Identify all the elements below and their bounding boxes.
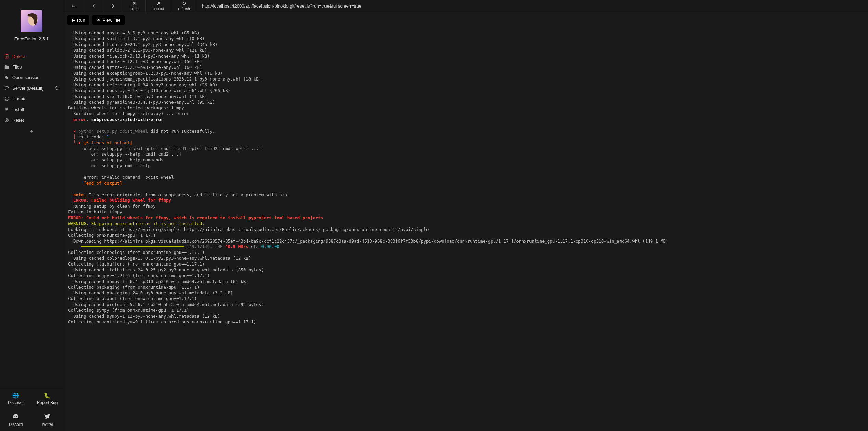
bottom-item-label: Discord [9,422,23,427]
plus-icon: ＋ [29,128,34,134]
toolbar-forward-button[interactable]: › [103,0,123,12]
sidebar: FaceFusion 2.5.1 Delete Files Open sessi… [0,0,63,431]
sidebar-bottom: 🌐 Discover 🐛 Report Bug Discord Twitter [0,388,63,431]
sidebar-item-label: Update [12,96,27,101]
chevron-left-icon: ‹ [92,2,95,10]
tag-icon [4,75,9,80]
sidebar-menu: Delete Files Open session Server (Defaul… [0,51,63,388]
toolbar-label: refresh [178,7,190,11]
sidebar-item-server[interactable]: Server (Default) [0,83,63,94]
view-file-label: View File [103,17,121,23]
action-bar: ▶Run 👁View File [63,12,868,28]
toolbar-refresh-button[interactable]: ↻refresh [171,0,197,12]
exit-icon: ⇤ [72,3,76,8]
app-avatar [21,10,42,32]
main-panel: ⇤ ‹ › ⎘clone ↗popout ↻refresh http://loc… [63,0,868,431]
sidebar-item-label: Open session [12,75,40,80]
popout-icon: ↗ [156,1,161,6]
bottom-item-report-bug[interactable]: 🐛 Report Bug [31,388,63,409]
sidebar-item-reset[interactable]: Reset [0,115,63,125]
svg-point-2 [55,87,58,89]
trash-icon [4,54,9,59]
toolbar-popout-button[interactable]: ↗popout [146,0,171,12]
bottom-item-discover[interactable]: 🌐 Discover [0,388,31,409]
twitter-icon [44,413,50,421]
clone-icon: ⎘ [133,1,136,6]
sidebar-item-label: Install [12,107,24,112]
discord-icon [13,413,19,421]
bottom-item-twitter[interactable]: Twitter [31,409,63,431]
sidebar-item-label: Reset [12,118,24,123]
bottom-item-label: Report Bug [37,400,58,405]
toolbar-back-button[interactable]: ‹ [84,0,103,12]
refresh-icon: ↻ [182,1,186,6]
app-title: FaceFusion 2.5.1 [14,36,49,41]
toolbar-clone-button[interactable]: ⎘clone [123,0,146,12]
sidebar-item-delete[interactable]: Delete [0,51,63,62]
plug-icon [4,107,9,112]
sidebar-item-install[interactable]: Install [0,104,63,115]
sidebar-item-label: Delete [12,54,25,59]
sidebar-item-files[interactable]: Files [0,62,63,72]
sidebar-item-update[interactable]: Update [0,94,63,104]
terminal-output[interactable]: Using cached anyio-4.3.0-py3-none-any.wh… [63,28,868,431]
eye-icon: 👁 [96,17,101,23]
run-label: Run [77,17,85,23]
sync-icon [4,97,9,101]
toolbar-label: popout [153,7,164,11]
url-bar[interactable]: http://localhost:42000/api/facefusion-pi… [197,3,868,9]
bottom-item-label: Discover [8,400,24,405]
folder-icon [4,65,9,69]
bug-icon: 🐛 [44,392,51,399]
bottom-item-discord[interactable]: Discord [0,409,31,431]
play-icon: ▶ [72,17,75,23]
bottom-item-label: Twitter [41,422,53,427]
app-header: FaceFusion 2.5.1 [0,0,63,46]
sync-icon [4,86,9,90]
run-button[interactable]: ▶Run [67,15,89,25]
view-file-button[interactable]: 👁View File [92,15,125,25]
sidebar-item-label: Files [12,64,22,70]
sidebar-item-label: Server (Default) [12,86,44,91]
toolbar: ⇤ ‹ › ⎘clone ↗popout ↻refresh http://loc… [63,0,868,12]
x-circle-icon [4,118,9,122]
chevron-right-icon: › [112,2,114,10]
refresh-icon[interactable] [54,86,59,90]
sidebar-add-button[interactable]: ＋ [0,125,63,137]
toolbar-label: clone [130,7,139,11]
globe-icon: 🌐 [12,392,19,399]
sidebar-item-open-session[interactable]: Open session [0,72,63,83]
toolbar-exit-button[interactable]: ⇤ [63,0,84,12]
